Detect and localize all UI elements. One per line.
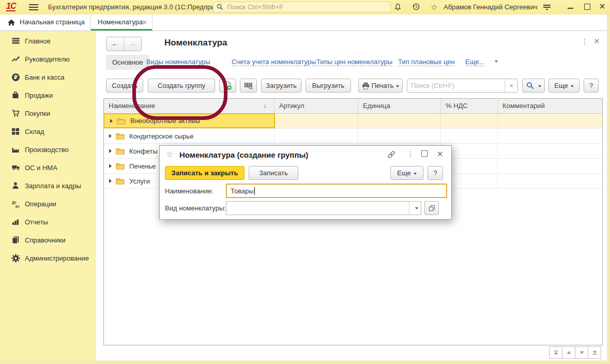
- maximize-icon[interactable]: [582, 2, 593, 11]
- kind-combobox[interactable]: [226, 201, 421, 215]
- save-and-close-button[interactable]: Записать и закрыть: [165, 166, 245, 180]
- tab-osnovnoe[interactable]: Основное: [106, 55, 149, 70]
- cell-kommentarij[interactable]: [498, 129, 602, 143]
- expand-triangle-icon[interactable]: [109, 164, 112, 168]
- selected-cell[interactable]: Внеоборотные активы: [103, 113, 275, 128]
- expand-triangle-icon[interactable]: [109, 149, 112, 153]
- sidebar-item-rukovoditelyu[interactable]: Руководителю: [0, 54, 96, 69]
- cell-artikul[interactable]: [274, 114, 358, 128]
- column-header-kommentarij[interactable]: Комментарий: [498, 99, 602, 113]
- more-caret-icon: [495, 60, 498, 63]
- sidebar-item-glavnoe[interactable]: Главное: [0, 36, 96, 51]
- cell-edinica[interactable]: [358, 114, 441, 128]
- get-link-icon[interactable]: [387, 151, 395, 158]
- print-button[interactable]: Печать: [358, 79, 403, 93]
- cell-kommentarij[interactable]: [498, 159, 602, 173]
- cell-nds[interactable]: [441, 129, 498, 143]
- sidebar-item-sklad[interactable]: Склад: [0, 126, 96, 142]
- list-scroll-buttons: [549, 346, 601, 359]
- choose-from-list-icon: [429, 205, 435, 211]
- create-group-button[interactable]: Создать группу: [148, 79, 215, 93]
- expand-triangle-icon[interactable]: [109, 134, 112, 138]
- dialog-menu-dots-icon[interactable]: ⋮: [407, 150, 414, 158]
- dialog-help-button[interactable]: ?: [428, 166, 443, 180]
- cell-kommentarij[interactable]: [498, 114, 602, 128]
- load-button[interactable]: Загрузить: [261, 79, 301, 93]
- kind-choose-button[interactable]: [424, 201, 439, 215]
- cell-kommentarij[interactable]: [498, 144, 602, 158]
- unload-button[interactable]: Выгрузить: [306, 79, 351, 93]
- scroll-first-button[interactable]: [549, 346, 562, 359]
- notifications-bell-icon[interactable]: [394, 3, 403, 12]
- sidebar-item-otchety[interactable]: Отчеты: [0, 217, 96, 232]
- search-settings-button[interactable]: [522, 79, 545, 93]
- close-icon[interactable]: ✕: [597, 2, 608, 11]
- sort-arrow-icon: ↓: [264, 101, 267, 109]
- forward-button[interactable]: →: [124, 37, 141, 51]
- link-vidy-nomenklatury[interactable]: Виды номенклатуры: [146, 58, 210, 66]
- save-button[interactable]: Записать: [249, 166, 298, 180]
- history-icon[interactable]: [412, 3, 421, 12]
- unload-label: Выгрузить: [312, 79, 344, 92]
- sidebar-item-label: Операции: [25, 200, 56, 208]
- name-input[interactable]: Товары: [226, 184, 447, 198]
- column-header-nds[interactable]: % НДС: [441, 99, 498, 113]
- search-settings-caret-icon: [538, 85, 541, 87]
- kind-dropdown-button[interactable]: [409, 202, 421, 215]
- dialog-close-icon[interactable]: ✕: [437, 149, 444, 159]
- service-menu-icon[interactable]: [543, 3, 552, 12]
- list-search-input[interactable]: [407, 79, 505, 92]
- column-header-edinica[interactable]: Единица: [358, 99, 441, 113]
- more-button[interactable]: Еще: [548, 79, 580, 93]
- cell-kommentarij[interactable]: [498, 174, 602, 188]
- scroll-down-button[interactable]: [575, 346, 588, 359]
- sidebar-item-spravochniki[interactable]: Справочники: [0, 235, 96, 250]
- sidebar-item-prodazhi[interactable]: Продажи: [0, 90, 96, 105]
- sidebar-item-proizvodstvo[interactable]: Производство: [0, 144, 96, 160]
- search-clear-icon[interactable]: ×: [505, 79, 517, 92]
- dialog-favorites-star-icon[interactable]: ☆: [166, 149, 173, 159]
- dialog-maximize-icon[interactable]: [421, 150, 428, 158]
- table-row-konditerskoe-syrie[interactable]: Кондитерское сырье: [104, 129, 602, 144]
- user-menu[interactable]: Абрамов Геннадий Сергеевич: [444, 3, 538, 11]
- column-header-naimenovanie[interactable]: Наименование↓: [104, 99, 274, 113]
- cell-edinica[interactable]: [358, 129, 441, 143]
- row-name: Кондитерское сырье: [129, 132, 194, 140]
- link-tipy-cen[interactable]: Типы цен номенклатуры: [316, 58, 392, 66]
- scroll-last-button[interactable]: [588, 346, 601, 359]
- link-tip-planovyh-cen[interactable]: Тип плановых цен: [398, 58, 455, 66]
- back-button[interactable]: ←: [106, 37, 124, 51]
- barcode-scan-button[interactable]: [240, 79, 257, 93]
- column-label: Наименование: [109, 102, 155, 110]
- sidebar-item-pokupki[interactable]: Покупки: [0, 108, 96, 124]
- tab-close-icon[interactable]: ✕: [142, 19, 147, 26]
- favorites-star-icon[interactable]: ☆: [430, 3, 439, 12]
- form-menu-dots-icon[interactable]: ⋮: [581, 37, 588, 46]
- tab-nomenklatura[interactable]: Номенклатура ✕: [91, 14, 152, 31]
- copy-element-button[interactable]: [219, 79, 236, 93]
- link-scheta-ucheta[interactable]: Счета учета номенклатуры: [232, 58, 316, 66]
- minimize-icon[interactable]: [565, 2, 576, 11]
- cell-artikul[interactable]: [274, 129, 358, 143]
- main-menu-icon[interactable]: [29, 4, 38, 10]
- sidebar-item-os-i-nma[interactable]: ОС и НМА: [0, 162, 96, 178]
- help-button[interactable]: ?: [584, 79, 599, 93]
- sidebar-item-zarplata-i-kadry[interactable]: Зарплата и кадры: [0, 180, 96, 196]
- column-header-artikul[interactable]: Артикул: [274, 99, 358, 113]
- sidebar-item-administrirovanie[interactable]: Администрирование: [0, 253, 96, 268]
- expand-triangle-icon[interactable]: [109, 179, 112, 183]
- sidebar-item-operacii[interactable]: ДтКт Операции: [0, 199, 96, 214]
- history-nav-group: ← →: [106, 37, 142, 51]
- link-more[interactable]: Еще...: [465, 58, 484, 66]
- dialog-more-button[interactable]: Еще: [390, 166, 423, 180]
- global-search-input[interactable]: [226, 3, 387, 11]
- create-button[interactable]: Создать: [106, 79, 143, 93]
- form-close-icon[interactable]: ✕: [593, 37, 600, 46]
- cell-nds[interactable]: [441, 114, 498, 128]
- table-row-vneoborotnye-aktivy[interactable]: Внеоборотные активы: [104, 114, 602, 129]
- sidebar-item-bank-i-kassa[interactable]: ₽ Банк и касса: [0, 72, 96, 87]
- scroll-up-button[interactable]: [562, 346, 575, 359]
- global-search[interactable]: [213, 2, 391, 12]
- expand-triangle-icon[interactable]: [110, 119, 113, 123]
- tab-home[interactable]: Начальная страница: [0, 14, 91, 31]
